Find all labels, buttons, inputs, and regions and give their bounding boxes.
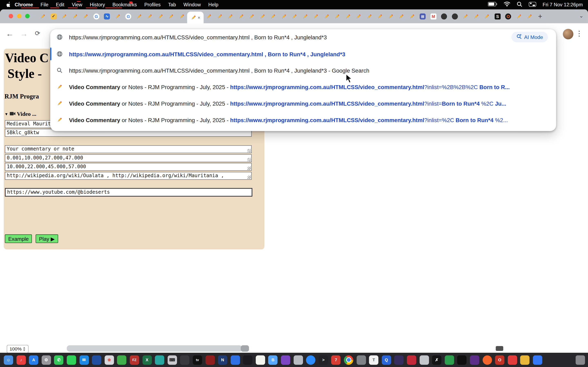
wifi-icon[interactable] <box>504 1 510 8</box>
dock-icon-blue-q-app[interactable]: Q <box>381 355 391 365</box>
browser-tab[interactable]: G <box>91 9 102 23</box>
omnibox-suggestion[interactable]: https://www.rjmprogramming.com.au/HTMLCS… <box>50 62 556 79</box>
forward-button[interactable]: → <box>20 29 28 39</box>
dock-icon-blue-app-2[interactable] <box>533 355 542 365</box>
dock-icon-red-app[interactable] <box>205 355 215 365</box>
browser-tab[interactable]: G <box>123 9 134 23</box>
browser-tab[interactable] <box>176 9 187 23</box>
dock-icon-gray-app-2[interactable] <box>356 355 366 365</box>
menu-help[interactable]: Help <box>205 2 222 8</box>
browser-tab[interactable] <box>80 9 91 23</box>
profile-avatar[interactable] <box>563 29 573 39</box>
browser-tab[interactable]: ✓ <box>48 9 59 23</box>
browser-tab[interactable] <box>70 9 80 23</box>
browser-tab[interactable] <box>396 9 407 23</box>
reload-button[interactable]: ⟳ <box>35 29 40 39</box>
omnibox-suggestion[interactable]: Video Commentary or Notes - RJM Programm… <box>50 79 556 95</box>
browser-tab[interactable] <box>385 9 396 23</box>
menu-window[interactable]: Window <box>180 2 205 8</box>
omnibox-suggestion[interactable]: Video Commentary or Notes - RJM Programm… <box>50 111 556 128</box>
browser-tab[interactable] <box>375 9 385 23</box>
dock-icon-terminal[interactable]: > <box>319 355 328 365</box>
browser-tab[interactable] <box>144 9 155 23</box>
battery-icon[interactable] <box>488 2 497 8</box>
browser-menu-button[interactable]: ⋮ <box>576 29 583 38</box>
scrollbar-right-segment[interactable] <box>496 346 503 351</box>
browser-tab[interactable] <box>513 9 524 23</box>
dock-icon-textedit[interactable]: T <box>369 355 379 365</box>
browser-tab[interactable] <box>332 9 343 23</box>
browser-tab[interactable] <box>155 9 165 23</box>
browser-tab[interactable] <box>246 9 257 23</box>
omnibox-suggestion[interactable]: https://www.rjmprogramming.com.au/HTMLCS… <box>50 46 556 62</box>
dock-icon-finder[interactable]: ☺ <box>4 355 13 365</box>
dock-icon-safari[interactable] <box>92 355 101 365</box>
browser-tab[interactable] <box>166 9 176 23</box>
example-button[interactable]: Example <box>5 234 32 243</box>
dock-icon-messages[interactable] <box>67 355 76 365</box>
window-maximize-button[interactable] <box>25 14 30 18</box>
browser-tab[interactable] <box>460 9 471 23</box>
menu-profiles[interactable]: Profiles <box>141 2 164 8</box>
spotlight-icon[interactable] <box>517 1 522 8</box>
tab-close-icon[interactable]: × <box>198 15 200 20</box>
back-button[interactable]: ← <box>6 29 13 39</box>
dock-icon-apple-tv[interactable]: tv <box>193 355 202 365</box>
dock-icon-keyboard[interactable]: ⌨ <box>168 355 177 365</box>
dock-icon-mail[interactable]: ✉ <box>79 355 89 365</box>
menu-file[interactable]: File <box>37 2 52 8</box>
end-times-field[interactable]: 10.000,22.000,45.000,57.000 <box>5 163 252 171</box>
dock-icon-navy-app[interactable]: N <box>218 355 227 365</box>
browser-tab[interactable] <box>449 9 460 23</box>
dock-icon-filezilla[interactable]: FZ <box>130 355 139 365</box>
menu-bookmarks[interactable]: Bookmarks <box>109 2 140 8</box>
dock-icon-app-store[interactable]: A <box>29 355 38 365</box>
browser-tab[interactable] <box>236 9 246 23</box>
dock-icon-notes[interactable] <box>256 355 265 365</box>
dock-icon-trash[interactable] <box>576 355 585 365</box>
browser-tab[interactable]: O <box>503 9 513 23</box>
dock-icon-bluesky[interactable]: B <box>268 355 278 365</box>
dock-icon-crimson-app[interactable] <box>407 355 416 365</box>
dock-icon-blue-app[interactable] <box>231 355 240 365</box>
browser-tab[interactable] <box>321 9 332 23</box>
menu-tab[interactable]: Tab <box>164 2 180 8</box>
dock-icon-chrome[interactable] <box>344 355 353 365</box>
browser-tab[interactable] <box>353 9 364 23</box>
horizontal-scrollbar-thumb[interactable] <box>67 345 242 351</box>
dock-icon-excel[interactable]: X <box>142 355 152 365</box>
browser-tab[interactable] <box>343 9 353 23</box>
omnibox-suggestion[interactable]: Video Commentary or Notes - RJM Programm… <box>50 95 556 112</box>
dock-icon-teal-app[interactable] <box>155 355 164 365</box>
dock-icon-photos[interactable]: ❀ <box>104 355 114 365</box>
menu-chrome[interactable]: Chrome <box>11 2 37 8</box>
play-button[interactable]: Play ▶ <box>35 234 58 243</box>
browser-tab[interactable] <box>59 9 69 23</box>
dock-icon-purple-app[interactable] <box>281 355 290 365</box>
dock-icon-green-app[interactable] <box>445 355 454 365</box>
dock-icon-red-o-app[interactable]: O <box>495 355 504 365</box>
control-center-icon[interactable] <box>529 2 536 8</box>
dock-icon-purple-app-2[interactable] <box>470 355 479 365</box>
browser-tab[interactable] <box>278 9 289 23</box>
window-minimize-button[interactable] <box>17 14 21 18</box>
dock-icon-firefox[interactable] <box>483 355 492 365</box>
dock-icon-gray-app[interactable] <box>294 355 303 365</box>
browser-tab[interactable] <box>289 9 300 23</box>
channel-url-field[interactable]: https://www.youtube.com/@biodeserts <box>5 188 252 197</box>
ai-mode-button[interactable]: AI Mode <box>511 32 548 42</box>
dock-icon-home[interactable] <box>117 355 127 365</box>
browser-tab[interactable]: ▤ <box>417 9 428 23</box>
dock-icon-red-app-2[interactable] <box>508 355 517 365</box>
browser-tab[interactable] <box>225 9 236 23</box>
browser-tab[interactable] <box>311 9 321 23</box>
menu-view[interactable]: View <box>68 2 86 8</box>
browser-tab[interactable] <box>300 9 310 23</box>
dock-icon-black-app[interactable] <box>243 355 252 365</box>
browser-tab[interactable] <box>134 9 144 23</box>
browser-tab[interactable] <box>481 9 492 23</box>
dock-icon-facetime[interactable]: ✆ <box>54 355 63 365</box>
dock-icon-gold-app[interactable] <box>520 355 530 365</box>
browser-tab[interactable] <box>112 9 123 23</box>
browser-tab[interactable] <box>214 9 225 23</box>
